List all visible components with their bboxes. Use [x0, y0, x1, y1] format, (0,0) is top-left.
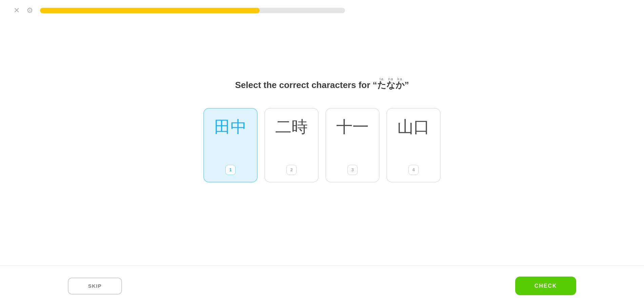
main-content: Select the correct characters for “たtaなn… [0, 21, 644, 265]
progress-bar [40, 8, 345, 13]
choice-card-2[interactable]: 二時2 [264, 108, 319, 182]
footer: SKIP CHECK [0, 265, 644, 306]
check-button[interactable]: CHECK [515, 277, 576, 295]
question-text: Select the correct characters for “たtaなn… [235, 77, 409, 91]
choice-number-1: 1 [225, 165, 236, 175]
choice-char-4: 山口 [397, 119, 430, 135]
choice-number-2: 2 [286, 165, 297, 175]
char-ta: た [377, 80, 386, 90]
choice-char-2: 二時 [275, 119, 308, 135]
target-word: たtaなnaかka [377, 80, 405, 90]
choices-container: 田中1二時2十一3山口4 [203, 108, 441, 182]
char-ka: か [396, 80, 405, 90]
settings-icon[interactable]: ⚙ [26, 7, 33, 14]
choice-card-3[interactable]: 十一3 [325, 108, 380, 182]
close-icon[interactable]: ✕ [14, 7, 20, 14]
choice-number-4: 4 [408, 165, 419, 175]
choice-number-3: 3 [347, 165, 358, 175]
choice-char-1: 田中 [214, 119, 247, 135]
skip-button[interactable]: SKIP [68, 278, 122, 294]
choice-card-4[interactable]: 山口4 [386, 108, 441, 182]
progress-bar-fill [40, 8, 260, 13]
question-suffix: ” [405, 80, 409, 90]
header: ✕ ⚙ [0, 0, 644, 21]
char-na: な [386, 80, 396, 90]
choice-char-3: 十一 [336, 119, 369, 135]
question-prefix: Select the correct characters for “ [235, 80, 377, 90]
choice-card-1[interactable]: 田中1 [203, 108, 258, 182]
